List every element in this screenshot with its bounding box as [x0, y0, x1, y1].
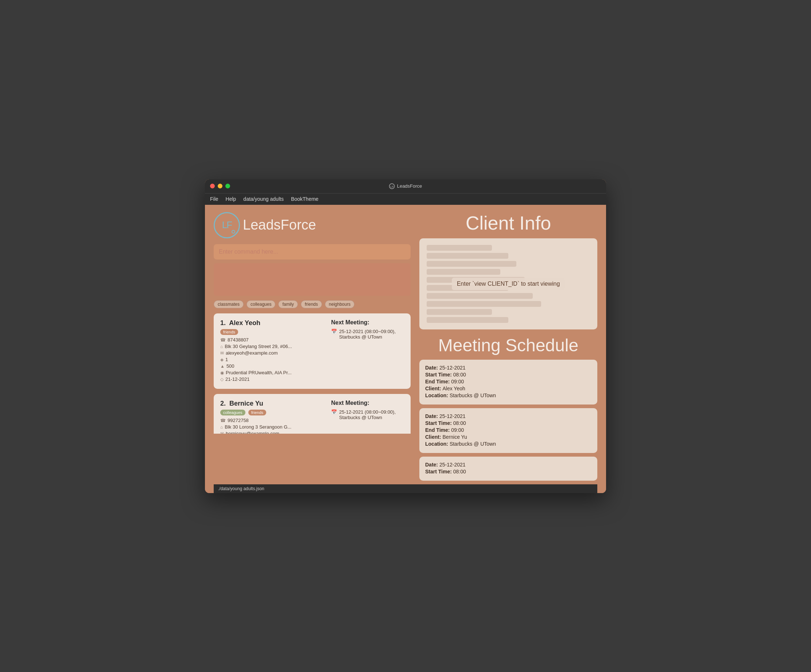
logo-area: LF LeadsForce: [214, 212, 411, 238]
traffic-lights: [210, 184, 230, 188]
contact-phone-1: ☎ 87438807: [220, 337, 324, 342]
schedule-location-2: Location: Starbucks @ UTown: [425, 441, 592, 447]
app-body: LF LeadsForce classmates colleagues fami…: [205, 205, 606, 493]
statusbar: ./data/young adults.json: [214, 484, 597, 493]
client-info-card: Enter `view CLIENT_ID` to start viewing: [419, 238, 597, 330]
contact-risk-1: ◈ 1: [220, 357, 324, 362]
contact-card-1: 1. Alex Yeoh friends ☎ 87438807: [214, 313, 411, 389]
calendar-icon: 📅: [331, 329, 337, 334]
tag-colleagues[interactable]: colleagues: [246, 300, 275, 308]
phone-icon-2: ☎: [220, 418, 226, 423]
contact-tag-friends-2[interactable]: friends: [248, 410, 266, 415]
contact-left-2: 2. Bernice Yu colleagues friends ☎ 99272…: [220, 400, 324, 434]
contact-name-1: 1. Alex Yeoh: [220, 319, 324, 327]
address-icon-2: ⌂: [220, 425, 223, 430]
contact-email-1: ✉ alexyeoh@example.com: [220, 350, 324, 355]
schedule-client-1: Client: Alex Yeoh: [425, 386, 592, 391]
contact-lastmet-1: ◇ 21-12-2021: [220, 376, 324, 382]
close-button[interactable]: [210, 184, 215, 188]
schedule-date-2: Date: 25-12-2021: [425, 413, 592, 419]
main-content: LF LeadsForce classmates colleagues fami…: [214, 212, 597, 481]
contact-right-2: Next Meeting: 📅 25-12-2021 (08:00~09:00)…: [331, 400, 404, 434]
titlebar: LF LeadsForce: [205, 179, 606, 193]
schedule-start-2: Start Time: 08:00: [425, 420, 592, 426]
minimize-button[interactable]: [218, 184, 222, 188]
schedule-start-1: Start Time: 08:00: [425, 372, 592, 377]
app-name: LeadsForce: [243, 217, 316, 233]
contact-address-2: ⌂ Blk 30 Lorong 3 Serangoon G...: [220, 424, 324, 430]
contacts-list: 1. Alex Yeoh friends ☎ 87438807: [214, 313, 411, 434]
statusbar-text: ./data/young adults.json: [218, 486, 265, 491]
schedule-location-1: Location: Starbucks @ UTown: [425, 393, 592, 398]
schedule-date-3: Date: 25-12-2021: [425, 462, 592, 467]
meeting-schedule-title: Meeting Schedule: [419, 335, 597, 355]
maximize-button[interactable]: [226, 184, 230, 188]
calendar-icon-2: 📅: [331, 409, 337, 415]
contact-phone-2: ☎ 99272758: [220, 418, 324, 423]
logo-dot: [232, 230, 235, 234]
schedule-client-2: Client: Bernice Yu: [425, 434, 592, 440]
email-icon: ✉: [220, 350, 224, 355]
tag-neighbours[interactable]: neighbours: [325, 300, 355, 308]
plans-icon: ◉: [220, 370, 224, 375]
command-output: [214, 263, 411, 296]
menu-help[interactable]: Help: [226, 196, 236, 202]
phone-icon: ☎: [220, 337, 226, 342]
next-meeting-label-2: Next Meeting:: [331, 400, 404, 406]
menu-file[interactable]: File: [210, 196, 219, 202]
schedule-start-3: Start Time: 08:00: [425, 469, 592, 474]
schedule-end-1: End Time: 09:00: [425, 379, 592, 384]
menubar: File Help data/young adults BookTheme: [205, 193, 606, 205]
schedule-card-1: Date: 25-12-2021 Start Time: 08:00 End T…: [419, 360, 597, 405]
tag-classmates[interactable]: classmates: [214, 300, 244, 308]
contact-tag-colleagues-2[interactable]: colleagues: [220, 410, 245, 415]
right-column: Client Info Ente: [419, 212, 597, 481]
schedule-list: Date: 25-12-2021 Start Time: 08:00 End T…: [419, 360, 597, 481]
svg-text:LF: LF: [390, 185, 394, 188]
client-info-placeholder: Enter `view CLIENT_ID` to start viewing: [452, 278, 565, 290]
contact-left-1: 1. Alex Yeoh friends ☎ 87438807: [220, 319, 324, 383]
menu-data[interactable]: data/young adults: [243, 196, 284, 202]
meeting-entry-1: 📅 25-12-2021 (08:00~09:00), Starbucks @ …: [331, 329, 404, 340]
lastmet-icon: ◇: [220, 377, 224, 382]
contact-name-2: 2. Bernice Yu: [220, 400, 324, 408]
window-title: LF LeadsForce: [389, 183, 422, 189]
schedule-end-2: End Time: 09:00: [425, 427, 592, 433]
contact-address-1: ⌂ Blk 30 Geylang Street 29, #06...: [220, 344, 324, 349]
next-meeting-label-1: Next Meeting:: [331, 319, 404, 326]
risk-icon: ◈: [220, 357, 224, 362]
menu-booktheme[interactable]: BookTheme: [291, 196, 318, 202]
contact-income-1: ▲ 500: [220, 363, 324, 369]
meeting-entry-2: 📅 25-12-2021 (08:00~09:00), Starbucks @ …: [331, 409, 404, 420]
logo-circle: LF: [214, 212, 240, 238]
contact-right-1: Next Meeting: 📅 25-12-2021 (08:00~09:00)…: [331, 319, 404, 383]
address-icon: ⌂: [220, 344, 223, 349]
schedule-card-2: Date: 25-12-2021 Start Time: 08:00 End T…: [419, 408, 597, 453]
client-info-title: Client Info: [419, 212, 597, 234]
contact-plans-1: ◉ Prudential PRUwealth, AIA Pr...: [220, 370, 324, 375]
client-info-overlay: Enter `view CLIENT_ID` to start viewing: [419, 238, 597, 330]
contact-tag-friends-1[interactable]: friends: [220, 329, 238, 335]
contact-card-2: 2. Bernice Yu colleagues friends ☎ 99272…: [214, 394, 411, 434]
tags-row: classmates colleagues family friends nei…: [214, 300, 411, 308]
left-column: LF LeadsForce classmates colleagues fami…: [214, 212, 411, 481]
income-icon: ▲: [220, 364, 225, 369]
contact-email-2: ✉ berniceyu@example.com: [220, 431, 324, 434]
email-icon-2: ✉: [220, 431, 224, 434]
tag-friends[interactable]: friends: [301, 300, 322, 308]
tag-family[interactable]: family: [278, 300, 298, 308]
schedule-date-1: Date: 25-12-2021: [425, 365, 592, 371]
schedule-card-3: Date: 25-12-2021 Start Time: 08:00: [419, 457, 597, 481]
command-input[interactable]: [214, 244, 411, 259]
app-window: LF LeadsForce File Help data/young adult…: [205, 179, 606, 493]
logo-text: LF: [222, 219, 232, 231]
